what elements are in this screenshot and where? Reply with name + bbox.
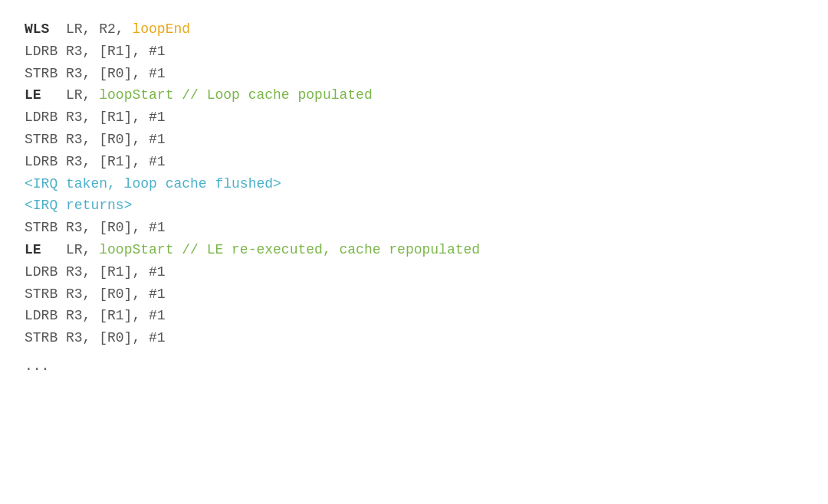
code-text: STRB R3, [R0], #1 bbox=[25, 63, 166, 85]
code-text: LDRB R3, [R1], #1 bbox=[25, 106, 166, 129]
code-text: STRB R3, [R0], #1 bbox=[25, 217, 166, 239]
code-line: <IRQ taken, loop cache flushed> bbox=[25, 173, 803, 195]
code-text: LE bbox=[25, 239, 41, 261]
code-text: loopEnd bbox=[132, 18, 190, 41]
code-line: LE LR, loopStart // LE re-executed, cach… bbox=[25, 239, 803, 261]
code-text: LDRB R3, [R1], #1 bbox=[25, 41, 166, 63]
code-text: LE bbox=[25, 84, 41, 106]
code-line: LDRB R3, [R1], #1 bbox=[25, 261, 803, 283]
code-text: LR, bbox=[41, 239, 100, 261]
code-line: STRB R3, [R0], #1 bbox=[25, 129, 803, 151]
code-line: LDRB R3, [R1], #1 bbox=[25, 151, 803, 173]
ellipsis: ... bbox=[25, 355, 803, 378]
code-block: WLS LR, R2, loopEndLDRB R3, [R1], #1STRB… bbox=[25, 18, 803, 349]
code-text: LDRB R3, [R1], #1 bbox=[25, 151, 166, 173]
code-text: LDRB R3, [R1], #1 bbox=[25, 261, 166, 283]
code-line: STRB R3, [R0], #1 bbox=[25, 217, 803, 239]
code-line: <IRQ returns> bbox=[25, 195, 803, 217]
code-line: LDRB R3, [R1], #1 bbox=[25, 41, 803, 63]
code-line: LDRB R3, [R1], #1 bbox=[25, 305, 803, 327]
code-text: LR, bbox=[41, 84, 100, 106]
code-line: STRB R3, [R0], #1 bbox=[25, 283, 803, 306]
code-text: WLS bbox=[25, 18, 49, 41]
code-line: LDRB R3, [R1], #1 bbox=[25, 106, 803, 129]
code-text: STRB R3, [R0], #1 bbox=[25, 283, 166, 306]
code-text: LR, R2, bbox=[49, 18, 132, 41]
code-text: loopStart // Loop cache populated bbox=[99, 84, 372, 106]
code-text: <IRQ taken, loop cache flushed> bbox=[25, 173, 281, 195]
code-text: LDRB R3, [R1], #1 bbox=[25, 305, 166, 327]
code-text: <IRQ returns> bbox=[25, 195, 132, 217]
code-line: WLS LR, R2, loopEnd bbox=[25, 18, 803, 41]
code-line: STRB R3, [R0], #1 bbox=[25, 63, 803, 85]
code-line: LE LR, loopStart // Loop cache populated bbox=[25, 84, 803, 106]
code-line: STRB R3, [R0], #1 bbox=[25, 327, 803, 349]
code-text: STRB R3, [R0], #1 bbox=[25, 327, 166, 349]
code-text: loopStart // LE re-executed, cache repop… bbox=[99, 239, 480, 261]
code-text: STRB R3, [R0], #1 bbox=[25, 129, 166, 151]
